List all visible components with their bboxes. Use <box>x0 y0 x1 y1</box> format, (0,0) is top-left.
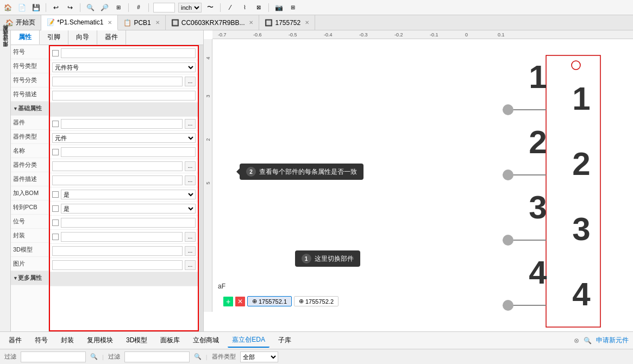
props-tab-component[interactable]: 器件 <box>97 30 126 45</box>
sidebar-item-lib-design[interactable]: 库设计 <box>1 43 9 48</box>
select-component-type[interactable]: 元件 <box>52 133 196 143</box>
toolbar-sep-4 <box>148 3 149 12</box>
tab-pcb[interactable]: 📋 PCB1 ✕ <box>118 15 165 30</box>
tab-close-pcb[interactable]: ✕ <box>155 20 160 26</box>
component-type-select[interactable]: 全部 <box>240 352 278 362</box>
toolbar-icon-zoom-in[interactable]: 🔍 <box>85 2 96 13</box>
tab-schematic[interactable]: 📝 *P1.Schematic1 ✕ <box>41 15 118 30</box>
sidebar-item-common-lib[interactable]: 常用库 <box>1 49 9 53</box>
props-tab-attributes[interactable]: 属性 <box>11 30 40 45</box>
checkbox-component[interactable] <box>52 121 59 127</box>
btn-component-dots[interactable]: ... <box>185 119 196 129</box>
props-tab-pins[interactable]: 引脚 <box>40 30 68 45</box>
tab-close-cc0603[interactable]: ✕ <box>249 20 253 26</box>
select-to-pcb[interactable]: 是 否 <box>61 204 196 214</box>
input-image[interactable] <box>52 260 183 270</box>
tab-close-schematic[interactable]: ✕ <box>108 20 112 26</box>
input-component-class[interactable] <box>52 161 183 171</box>
toolbar-icon-grid2[interactable]: ⊞ <box>287 2 298 13</box>
label-component: 器件 <box>11 116 48 130</box>
label-basic-props[interactable]: 基础属性 <box>11 102 48 116</box>
label-image: 图片 <box>11 257 48 271</box>
btn-component-desc-dots[interactable]: ... <box>185 175 196 185</box>
comp-tab-2[interactable]: ⊕ 1755752.2 <box>294 296 339 306</box>
nav-item-3d[interactable]: 3D模型 <box>122 334 152 347</box>
ruler-vertical: 4 3 2 5 <box>204 39 212 312</box>
toolbar-icon-new[interactable]: 📄 <box>16 2 27 13</box>
toolbar-icon-grid[interactable]: # <box>133 2 144 13</box>
btn-symbol-class-dots[interactable]: ... <box>185 77 196 86</box>
toolbar-icon-wire[interactable]: ⌇ <box>239 2 250 13</box>
toolbar-icon-undo[interactable]: ↩ <box>51 2 61 13</box>
tab-close-1755752[interactable]: ✕ <box>305 20 309 26</box>
toolbar-icon-save[interactable]: 💾 <box>30 2 41 13</box>
checkbox-package[interactable] <box>52 234 59 240</box>
btn-package-dots[interactable]: ... <box>185 232 196 242</box>
sidebar-item-all-projects[interactable]: 所有工程 <box>1 33 9 37</box>
checkbox-add-bom[interactable] <box>52 191 59 198</box>
canvas-drawing[interactable]: 1 2 3 4 1 2 3 4 ➤ 2 查看每个部件的每条属性是否一致 <box>212 39 633 312</box>
tab-1755752[interactable]: 🔲 1755752 ✕ <box>259 15 315 30</box>
toolbar-icon-line[interactable]: ∕ <box>225 2 236 13</box>
checkbox-designator[interactable] <box>52 219 59 226</box>
toolbar-icon-wave[interactable]: 〜 <box>205 2 216 13</box>
checkbox-to-pcb[interactable] <box>52 205 59 212</box>
input-symbol-class[interactable] <box>52 77 183 86</box>
input-symbol[interactable]: 1755752 <box>61 48 196 58</box>
input-3d-model[interactable] <box>52 246 183 256</box>
add-component-tab-btn[interactable]: + <box>223 297 233 306</box>
input-symbol-desc[interactable] <box>52 91 196 101</box>
nav-item-symbol[interactable]: 符号 <box>30 334 52 347</box>
nav-item-package[interactable]: 封装 <box>57 334 78 347</box>
toolbar-icon-zoom-out[interactable]: 🔎 <box>99 2 110 13</box>
input-component-desc[interactable] <box>52 175 183 185</box>
filter-search-icon-1[interactable]: 🔍 <box>90 353 98 360</box>
remove-component-tab-btn[interactable]: ✕ <box>235 297 245 306</box>
btn-component-class-dots[interactable]: ... <box>185 161 196 171</box>
nav-item-panel[interactable]: 面板库 <box>156 334 184 347</box>
btn-image-dots[interactable]: ... <box>185 260 196 270</box>
canvas-area[interactable]: -0.7 -0.6 -0.5 -0.4 -0.3 -0.2 -0.1 0 0.1… <box>204 30 633 331</box>
nav-item-reuse[interactable]: 复用模块 <box>83 334 117 347</box>
comp-tab-1[interactable]: ⊕ 1755752.1 <box>247 296 292 306</box>
prop-row-name <box>50 145 198 159</box>
filter-input-1[interactable] <box>21 352 86 362</box>
prop-row-more-section <box>50 272 198 286</box>
btn-3d-model-dots[interactable]: ... <box>185 246 196 256</box>
select-symbol-type[interactable]: 元件符号 <box>52 62 196 72</box>
toolbar-icon-redo[interactable]: ↪ <box>65 2 76 13</box>
comp-tab-1-label: 1755752.1 <box>259 298 287 305</box>
input-name[interactable] <box>61 147 196 157</box>
checkbox-name[interactable] <box>52 149 59 155</box>
filter-search-icon-2[interactable]: 🔍 <box>194 353 202 360</box>
props-tab-wizard[interactable]: 向导 <box>68 30 97 45</box>
label-component-type: 器件类型 <box>11 130 48 144</box>
nav-item-component[interactable]: 器件 <box>4 334 26 347</box>
sidebar-item-tools[interactable]: 工具设计 <box>1 38 9 42</box>
toolbar-icon-home[interactable]: 🏠 <box>2 2 13 13</box>
select-add-bom[interactable]: 是 否 <box>61 190 196 199</box>
checkbox-symbol[interactable] <box>52 50 59 57</box>
input-package[interactable] <box>61 232 183 242</box>
tab-cc0603[interactable]: 🔲 CC0603KRX7R9BB... ✕ <box>166 15 260 30</box>
search-icon-nav[interactable]: 🔍 <box>584 337 592 344</box>
apply-new-component-link[interactable]: 申请新元件 <box>596 336 629 345</box>
nav-item-jlc-mall[interactable]: 立创商城 <box>189 334 223 347</box>
label-more-props[interactable]: 更多属性 <box>11 271 48 285</box>
nav-item-jlc-eda[interactable]: 嘉立创EDA <box>228 333 270 348</box>
toolbar-icon-fit[interactable]: ⊞ <box>113 2 124 13</box>
props-scrollbar[interactable] <box>199 45 203 331</box>
toolbar-icon-net[interactable]: ⊠ <box>253 2 264 13</box>
ruler-mark-n01: -0.1 <box>430 32 438 37</box>
zoom-value-input[interactable]: 0.1 <box>153 3 175 12</box>
label-package: 封装 <box>11 229 48 243</box>
tab-start[interactable]: 🏠 开始页 <box>0 15 41 30</box>
nav-item-sublib[interactable]: 子库 <box>274 334 296 347</box>
filter-input-2[interactable] <box>124 352 190 362</box>
svg-text:2: 2 <box>529 124 547 160</box>
search-close-icon[interactable]: ⊗ <box>574 337 579 344</box>
input-component[interactable]: 子库1 <box>61 119 183 129</box>
toolbar-icon-camera[interactable]: 📷 <box>273 2 284 13</box>
input-designator[interactable]: CN? <box>61 218 196 228</box>
zoom-unit-select[interactable]: inch mm <box>178 3 202 12</box>
